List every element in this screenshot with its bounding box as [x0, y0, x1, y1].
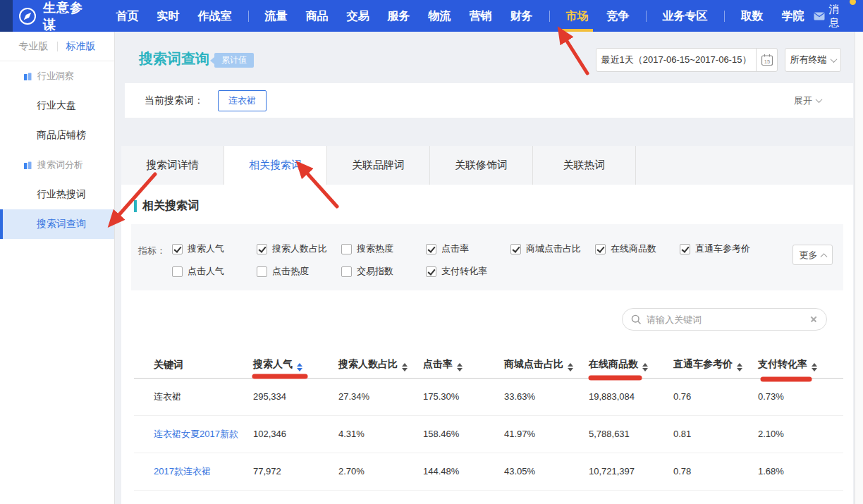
chevron-down-icon: [816, 96, 823, 103]
checkbox-ztc-reference-price[interactable]: 直通车参考价: [680, 242, 764, 255]
nav-corner-block: [0, 0, 13, 32]
nav-item-finance[interactable]: 财务: [501, 0, 542, 32]
nav-item-product[interactable]: 商品: [297, 0, 338, 32]
sidebar-item-search-word-query[interactable]: 搜索词查询: [0, 209, 114, 239]
checkbox-icon[interactable]: [595, 244, 606, 254]
sidebar-group-label: 行业洞察: [37, 70, 74, 82]
sidebar-group-search-word-analysis: 搜索词分析: [0, 150, 114, 180]
related-search-words-panel: 相关搜索词 指标： 搜索人气 搜索人数占比 搜索热度 点击率 商城点击占比 在线…: [121, 185, 853, 504]
checkbox-search-popularity[interactable]: 搜索人气: [172, 242, 257, 255]
nav-item-war-room[interactable]: 作战室: [189, 0, 241, 32]
date-range-picker[interactable]: 最近1天（2017-06-15~2017-06-15） 15: [596, 48, 778, 72]
checkbox-icon[interactable]: [341, 244, 352, 254]
sort-icon[interactable]: [568, 363, 573, 371]
nav-item-logistics[interactable]: 物流: [420, 0, 460, 32]
calendar-icon: 15: [761, 54, 773, 66]
nav-items: 首页 实时 作战室 流量 商品 交易 服务 物流 营销 财务 市场 竞争 业务专…: [107, 0, 814, 32]
indicator-panel: 指标： 搜索人气 搜索人数占比 搜索热度 点击率 商城点击占比 在线商品数 直通…: [131, 224, 843, 290]
nav-item-traffic[interactable]: 流量: [256, 0, 297, 32]
value-cell: 5,788,631: [589, 415, 673, 453]
checkbox-icon[interactable]: [172, 244, 183, 254]
terminal-dropdown-value: 所有终端: [790, 54, 827, 66]
nav-divider: [724, 11, 725, 22]
column-header-payment-conversion: 支付转化率: [758, 352, 843, 378]
checkbox-icon[interactable]: [426, 244, 436, 254]
checkbox-click-popularity[interactable]: 点击人气: [172, 265, 257, 278]
tab-related-brand-words[interactable]: 关联品牌词: [327, 146, 430, 185]
keyword-tag[interactable]: 连衣裙: [218, 90, 267, 111]
checkbox-click-rate[interactable]: 点击率: [426, 242, 510, 255]
nav-divider: [248, 11, 249, 22]
nav-item-service[interactable]: 服务: [379, 0, 420, 32]
nav-item-marketing[interactable]: 营销: [460, 0, 501, 32]
sort-icon[interactable]: [297, 363, 302, 371]
checkbox-icon[interactable]: [510, 244, 521, 254]
checkbox-click-heat[interactable]: 点击热度: [257, 265, 341, 278]
checkbox-icon[interactable]: [426, 266, 436, 277]
message-button[interactable]: 消息: [814, 3, 849, 30]
page: 生意参谋 首页 实时 作战室 流量 商品 交易 服务 物流 营销 财务 市场 竞…: [0, 0, 863, 504]
keyword-search-input[interactable]: [647, 314, 804, 325]
checkbox-icon[interactable]: [257, 244, 267, 254]
more-button[interactable]: 更多: [792, 245, 833, 265]
nav-item-academy[interactable]: 学院: [773, 0, 814, 32]
value-cell: 77,972: [253, 453, 338, 490]
value-cell: 27.34%: [338, 378, 423, 415]
sidebar-item-industry-overview[interactable]: 行业大盘: [0, 91, 114, 121]
table-row: 连衣裙 295,334 27.34% 175.30% 33.63% 19,883…: [134, 378, 843, 415]
keyword-link[interactable]: 连衣裙女夏2017新款: [134, 415, 253, 453]
nav-item-trade[interactable]: 交易: [338, 0, 379, 32]
checkbox-online-products[interactable]: 在线商品数: [595, 242, 680, 255]
nav-item-market[interactable]: 市场: [557, 0, 598, 32]
brand[interactable]: 生意参谋: [18, 0, 94, 33]
checkbox-payment-conversion[interactable]: 支付转化率: [426, 265, 510, 278]
sidebar-item-industry-hot-words[interactable]: 行业热搜词: [0, 180, 114, 209]
sort-icon[interactable]: [402, 363, 408, 371]
tab-related-search-words[interactable]: 相关搜索词: [224, 146, 327, 185]
scrollbar-track[interactable]: [855, 32, 863, 504]
checkbox-icon[interactable]: [341, 266, 352, 277]
section-accent-bar: [134, 200, 137, 212]
current-keyword-panel: 当前搜索词： 连衣裙 展开: [125, 83, 853, 118]
column-header-ztc-reference-price: 直通车参考价: [673, 352, 758, 378]
column-header-click-rate: 点击率: [423, 352, 504, 378]
checkbox-label: 交易指数: [357, 265, 393, 278]
tab-related-hot-words[interactable]: 关联热词: [533, 146, 636, 185]
nav-divider: [549, 11, 550, 22]
checkbox-search-heat[interactable]: 搜索热度: [341, 242, 426, 255]
value-cell: 0.81: [673, 415, 758, 453]
checkbox-icon[interactable]: [680, 244, 690, 254]
nav-item-home[interactable]: 首页: [107, 0, 148, 32]
sort-icon[interactable]: [812, 363, 817, 371]
nav-item-realtime[interactable]: 实时: [148, 0, 189, 32]
nav-item-competition[interactable]: 竞争: [598, 0, 639, 32]
checkbox-trade-index[interactable]: 交易指数: [341, 265, 426, 278]
keyword-link[interactable]: 2017款连衣裙: [134, 453, 253, 490]
sidebar-tab-professional[interactable]: 专业版: [19, 40, 49, 53]
expand-toggle[interactable]: 展开: [794, 94, 821, 107]
terminal-dropdown[interactable]: 所有终端: [785, 48, 841, 72]
sidebar-item-product-shop-ranking[interactable]: 商品店铺榜: [0, 121, 114, 150]
main-content: 搜索词查询 累计值 最近1天（2017-06-15~2017-06-15） 15…: [115, 32, 855, 504]
sidebar-tab-standard[interactable]: 标准版: [66, 40, 96, 53]
checkbox-icon[interactable]: [172, 266, 183, 277]
column-header-searcher-ratio: 搜索人数占比: [338, 352, 423, 378]
clear-icon[interactable]: [809, 315, 818, 324]
sort-icon[interactable]: [457, 363, 463, 371]
nav-item-data-extract[interactable]: 取数: [732, 0, 773, 32]
value-cell: 2.10%: [758, 415, 843, 453]
checkbox-icon[interactable]: [257, 266, 267, 277]
sort-icon[interactable]: [737, 363, 742, 371]
table-row: 2017款连衣裙 77,972 2.70% 144.48% 43.05% 10,…: [134, 453, 843, 490]
value-cell: 41.97%: [504, 415, 589, 453]
calendar-segment[interactable]: 15: [756, 49, 777, 71]
table-row: 连衣裙女夏2017新款 102,346 4.31% 158.46% 41.97%…: [134, 415, 843, 453]
nav-item-business-zone[interactable]: 业务专区: [654, 0, 717, 32]
checkbox-searcher-ratio[interactable]: 搜索人数占比: [257, 242, 341, 255]
value-cell: 295,334: [253, 378, 338, 415]
tab-search-word-detail[interactable]: 搜索词详情: [121, 146, 224, 185]
message-label: 消息: [829, 3, 849, 30]
tab-related-modifier-words[interactable]: 关联修饰词: [430, 146, 533, 185]
sort-icon[interactable]: [642, 363, 648, 371]
checkbox-mall-click-ratio[interactable]: 商城点击占比: [510, 242, 595, 255]
